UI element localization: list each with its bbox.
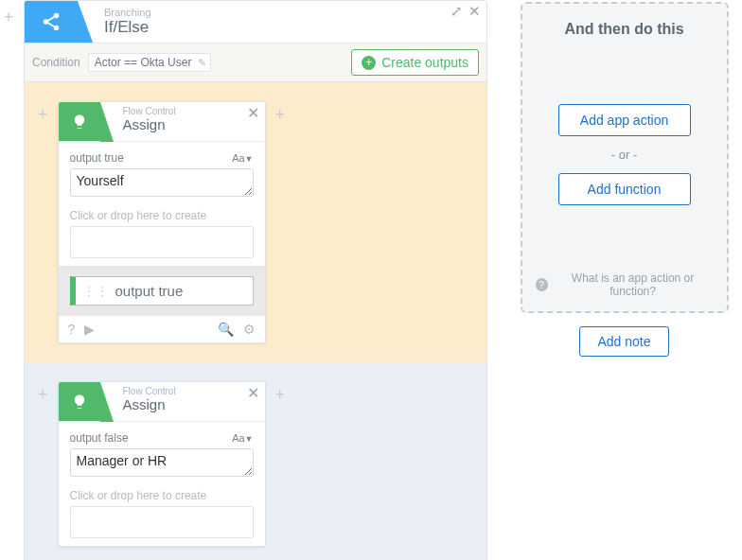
assign-card-false: ✕ Flow Control Assign output false bbox=[58, 381, 266, 547]
value-input[interactable] bbox=[70, 168, 254, 197]
drop-label: Click or drop here to create bbox=[70, 489, 254, 502]
then-panel: And then do this Add app action - or - A… bbox=[521, 2, 729, 313]
add-app-action-button[interactable]: Add app action bbox=[558, 104, 691, 136]
search-icon[interactable]: 🔍 bbox=[218, 322, 234, 337]
create-outputs-button[interactable]: + Create outputs bbox=[351, 49, 479, 76]
drop-label: Click or drop here to create bbox=[70, 209, 254, 222]
assign-title: Assign bbox=[123, 396, 176, 412]
close-icon[interactable]: ✕ bbox=[247, 104, 259, 122]
close-icon[interactable]: ✕ bbox=[247, 384, 259, 402]
true-branch: + ✕ Flow Control Assign o bbox=[25, 82, 486, 362]
ifelse-title: If/Else bbox=[104, 18, 486, 37]
gear-icon[interactable]: ⚙ bbox=[243, 322, 256, 337]
assign-title: Assign bbox=[123, 116, 176, 132]
add-note-button[interactable]: Add note bbox=[579, 326, 668, 357]
pencil-icon[interactable]: ✎ bbox=[198, 57, 206, 69]
then-title: And then do this bbox=[536, 21, 714, 38]
output-pill[interactable]: ⋮⋮ output true bbox=[70, 276, 254, 306]
help-icon[interactable]: ? bbox=[68, 322, 76, 337]
branching-icon bbox=[25, 1, 78, 43]
assign-category: Flow Control bbox=[123, 106, 176, 116]
assign-category: Flow Control bbox=[123, 386, 176, 396]
help-link[interactable]: ? What is an app action or function? bbox=[536, 271, 714, 298]
svg-point-0 bbox=[54, 13, 60, 19]
field-label: output true bbox=[70, 151, 124, 165]
condition-text: Actor == Okta User bbox=[95, 56, 192, 69]
field-label: output false bbox=[70, 431, 129, 445]
add-function-button[interactable]: Add function bbox=[558, 173, 691, 205]
type-selector[interactable]: Aa▼ bbox=[232, 432, 253, 444]
output-row: ⋮⋮ output true bbox=[59, 266, 265, 315]
close-icon[interactable]: ✕ bbox=[468, 3, 481, 20]
ifelse-card: Branching If/Else ⤢ ✕ Condition Actor ==… bbox=[24, 0, 487, 560]
or-separator: - or - bbox=[536, 148, 714, 162]
add-step-gutter[interactable]: + bbox=[4, 8, 14, 27]
drop-zone[interactable] bbox=[70, 226, 254, 258]
add-after-false[interactable]: + bbox=[272, 381, 290, 405]
false-branch: + ✕ Flow Control Assign o bbox=[25, 362, 486, 560]
grip-icon: ⋮⋮ bbox=[83, 285, 110, 298]
svg-point-1 bbox=[44, 19, 49, 25]
type-selector[interactable]: Aa▼ bbox=[232, 152, 253, 164]
assign-card-true: ✕ Flow Control Assign output true bbox=[58, 101, 266, 343]
question-icon: ? bbox=[536, 278, 548, 291]
caret-down-icon: ▼ bbox=[245, 434, 254, 444]
caret-down-icon: ▼ bbox=[245, 154, 254, 164]
add-before-false[interactable]: + bbox=[34, 381, 52, 405]
add-after-true[interactable]: + bbox=[272, 101, 290, 125]
ifelse-toolbar: Condition Actor == Okta User ✎ + Create … bbox=[25, 44, 486, 82]
ifelse-category: Branching bbox=[104, 7, 486, 18]
condition-label: Condition bbox=[32, 56, 80, 69]
value-input[interactable] bbox=[70, 448, 254, 477]
add-before-true[interactable]: + bbox=[34, 101, 52, 125]
ifelse-header: Branching If/Else ⤢ ✕ bbox=[25, 1, 486, 44]
condition-chip[interactable]: Actor == Okta User ✎ bbox=[88, 53, 212, 72]
expand-icon[interactable]: ⤢ bbox=[450, 3, 463, 20]
plus-circle-icon: + bbox=[362, 56, 376, 70]
play-icon[interactable]: ▶ bbox=[84, 322, 95, 337]
drop-zone[interactable] bbox=[70, 506, 254, 538]
svg-point-2 bbox=[54, 26, 60, 30]
flowcontrol-icon bbox=[59, 102, 100, 141]
flowcontrol-icon bbox=[59, 382, 100, 421]
